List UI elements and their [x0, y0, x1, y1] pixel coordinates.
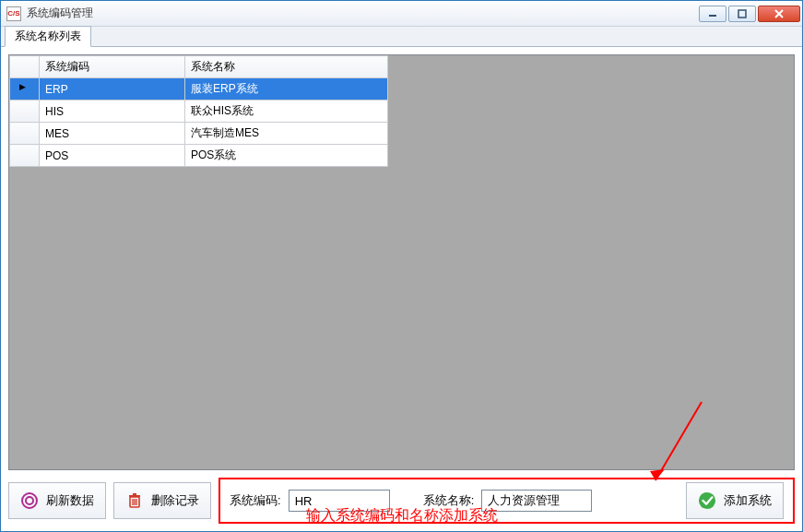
- svg-point-5: [26, 497, 33, 504]
- refresh-icon: [20, 491, 39, 510]
- cell-name[interactable]: 服装ERP系统: [185, 78, 388, 100]
- row-indicator: [10, 123, 40, 145]
- trash-icon: [125, 491, 144, 510]
- table-row[interactable]: POS POS系统: [10, 145, 388, 167]
- data-grid[interactable]: 系统编码 系统名称 ERP 服装ERP系统 HIS 联众HIS系统: [8, 54, 795, 470]
- titlebar: C/S 系统编码管理: [1, 1, 802, 27]
- close-button[interactable]: [758, 6, 800, 22]
- app-icon: C/S: [6, 6, 21, 21]
- cell-code[interactable]: MES: [40, 123, 185, 145]
- bottom-toolbar: 刷新数据 删除记录 系统编码:: [8, 478, 795, 524]
- row-indicator: [10, 78, 40, 100]
- tabstrip: 系统名称列表: [1, 27, 802, 47]
- svg-rect-1: [738, 10, 746, 18]
- svg-point-12: [699, 492, 715, 509]
- table-row[interactable]: HIS 联众HIS系统: [10, 100, 388, 123]
- cell-name[interactable]: 联众HIS系统: [185, 100, 388, 123]
- name-input[interactable]: [481, 490, 592, 512]
- cell-code[interactable]: ERP: [40, 78, 185, 100]
- add-button[interactable]: 添加系统: [686, 482, 784, 519]
- delete-button[interactable]: 删除记录: [113, 482, 211, 519]
- refresh-button[interactable]: 刷新数据: [8, 482, 106, 519]
- column-header-code[interactable]: 系统编码: [40, 56, 185, 78]
- row-indicator: [10, 100, 40, 123]
- svg-rect-11: [133, 493, 136, 495]
- code-label: 系统编码:: [230, 492, 281, 509]
- cell-code[interactable]: POS: [40, 145, 185, 167]
- code-input[interactable]: [289, 490, 390, 512]
- window-buttons: [699, 6, 800, 22]
- check-icon: [698, 491, 716, 510]
- add-form: 系统编码: 系统名称: 添加系统: [218, 478, 795, 524]
- table-row[interactable]: ERP 服装ERP系统: [10, 78, 388, 100]
- cell-code[interactable]: HIS: [40, 100, 185, 123]
- row-indicator: [10, 145, 40, 167]
- maximize-button[interactable]: [728, 6, 756, 22]
- cell-name[interactable]: POS系统: [185, 145, 388, 167]
- delete-label: 删除记录: [151, 492, 199, 509]
- tab-system-names[interactable]: 系统名称列表: [5, 26, 91, 47]
- svg-point-4: [22, 493, 37, 508]
- table-row[interactable]: MES 汽车制造MES: [10, 123, 388, 145]
- content: 系统编码 系统名称 ERP 服装ERP系统 HIS 联众HIS系统: [1, 47, 802, 531]
- cell-name[interactable]: 汽车制造MES: [185, 123, 388, 145]
- column-header-name[interactable]: 系统名称: [185, 56, 388, 78]
- svg-rect-10: [129, 495, 140, 497]
- window: C/S 系统编码管理 系统名称列表 系统编码 系统名称: [0, 0, 803, 532]
- refresh-label: 刷新数据: [46, 492, 94, 509]
- row-header-corner: [10, 56, 40, 78]
- window-title: 系统编码管理: [27, 6, 699, 21]
- name-label: 系统名称:: [423, 492, 475, 509]
- minimize-button[interactable]: [699, 6, 726, 22]
- add-label: 添加系统: [724, 492, 772, 509]
